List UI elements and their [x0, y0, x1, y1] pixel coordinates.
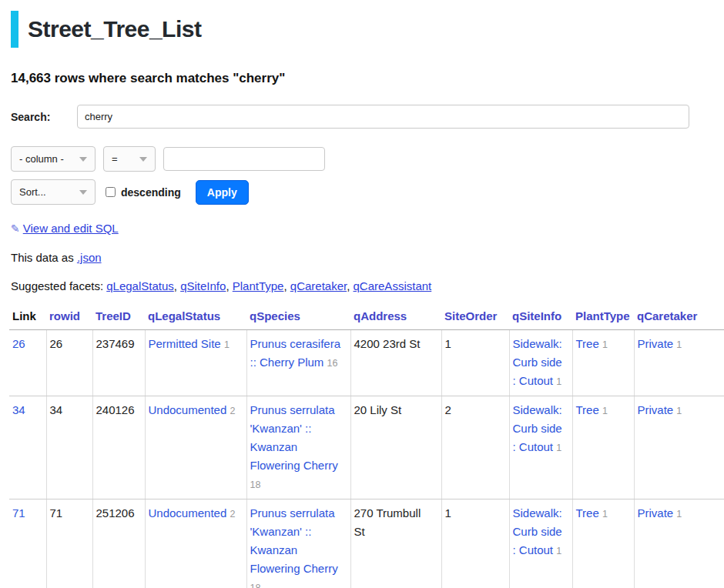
cell-planttype: Tree 1 — [572, 330, 634, 396]
sort-row: Sort... descending Apply — [11, 179, 713, 205]
facet-link-qsiteinfo[interactable]: qSiteInfo — [180, 279, 226, 292]
json-link[interactable]: .json — [77, 251, 102, 264]
facet-value-link[interactable]: Sidewalk: Curb side : Cutout — [513, 337, 562, 387]
facet-count: 2 — [230, 509, 235, 520]
cell-qsiteinfo: Sidewalk: Curb side : Cutout 1 — [509, 330, 572, 396]
facet-count: 1 — [602, 339, 608, 350]
sort-by-planttype[interactable]: PlantType — [575, 309, 630, 322]
page-title: Street_Tree_List — [28, 16, 201, 42]
facet-count: 1 — [602, 406, 608, 416]
cell-qsiteinfo: Sidewalk: Curb side : Cutout 1 — [509, 499, 572, 588]
row-count-summary: 14,663 rows where search matches "cherry… — [11, 71, 713, 86]
facet-count: 1 — [556, 443, 561, 453]
sort-by-siteorder[interactable]: SiteOrder — [444, 309, 497, 322]
view-edit-sql-link[interactable]: View and edit SQL — [23, 222, 119, 235]
facet-count: 1 — [676, 406, 682, 416]
facet-link-qlegalstatus[interactable]: qLegalStatus — [106, 279, 174, 292]
pencil-icon: ✎ — [11, 222, 20, 235]
results-table: Link rowid TreeID qLegalStatus qSpecies … — [9, 306, 724, 588]
facet-value-link[interactable]: Tree — [576, 337, 599, 350]
cell-rowid: 34 — [46, 396, 92, 499]
apply-button[interactable]: Apply — [196, 180, 249, 205]
table-row: 26 26 237469 Permitted Site 1 Prunus cer… — [9, 330, 724, 396]
facet-value-link[interactable]: Undocumented — [149, 506, 227, 520]
facet-value-link[interactable]: Sidewalk: Curb side : Cutout — [513, 506, 562, 556]
cell-qaddress: 20 Lily St — [350, 396, 441, 499]
facet-count: 1 — [224, 339, 230, 350]
cell-qaddress: 270 Trumbull St — [350, 499, 441, 588]
facet-count: 18 — [250, 479, 261, 490]
facet-count: 1 — [676, 339, 682, 350]
facet-value-link[interactable]: Prunus serrulata 'Kwanzan' :: Kwanzan Fl… — [250, 403, 338, 472]
data-export-line: This data as .json — [11, 251, 713, 264]
search-label: Search: — [11, 111, 77, 123]
facet-value-link[interactable]: Prunus serrulata 'Kwanzan' :: Kwanzan Fl… — [250, 506, 338, 575]
cell-qcaretaker: Private 1 — [634, 396, 724, 499]
cell-planttype: Tree 1 — [572, 499, 634, 588]
table-row: 71 71 251206 Undocumented 2 Prunus serru… — [9, 499, 724, 588]
descending-label: descending — [121, 186, 181, 199]
cell-rowid: 71 — [46, 499, 92, 588]
cell-qlegalstatus: Permitted Site 1 — [145, 330, 246, 396]
cell-treeid: 240126 — [92, 396, 145, 499]
sort-select[interactable]: Sort... — [11, 179, 96, 205]
cell-qspecies: Prunus serrulata 'Kwanzan' :: Kwanzan Fl… — [246, 396, 350, 499]
sort-by-qsiteinfo[interactable]: qSiteInfo — [512, 309, 561, 322]
header-planttype: PlantType — [572, 306, 634, 330]
column-select-value: - column - — [19, 153, 64, 165]
facet-value-link[interactable]: Private — [638, 403, 674, 416]
facet-value-link[interactable]: Private — [638, 337, 674, 350]
page-header: Street_Tree_List — [11, 11, 724, 48]
facet-value-link[interactable]: Permitted Site — [149, 337, 221, 350]
cell-qlegalstatus: Undocumented 2 — [145, 499, 246, 588]
sort-select-value: Sort... — [19, 186, 46, 198]
cell-qlegalstatus: Undocumented 2 — [145, 396, 246, 499]
facet-list: qLegalStatusqSiteInfoPlantTypeqCaretaker… — [106, 279, 431, 292]
operator-select[interactable]: = — [103, 146, 156, 172]
facet-value-link[interactable]: Undocumented — [149, 403, 227, 416]
sort-by-qcaretaker[interactable]: qCaretaker — [637, 309, 697, 322]
cell-link: 71 — [9, 499, 46, 588]
facet-link-qcareassistant[interactable]: qCareAssistant — [354, 279, 432, 292]
sort-by-qaddress[interactable]: qAddress — [354, 309, 407, 322]
cell-qspecies: Prunus cerasifera :: Cherry Plum 16 — [246, 330, 350, 396]
sort-by-treeid[interactable]: TreeID — [96, 309, 131, 322]
facet-link-qcaretaker[interactable]: qCaretaker — [290, 279, 347, 292]
row-link[interactable]: 34 — [12, 403, 25, 416]
facet-link-planttype[interactable]: PlantType — [233, 279, 284, 292]
sort-by-qlegalstatus[interactable]: qLegalStatus — [148, 309, 220, 322]
filter-value-input[interactable] — [163, 147, 325, 171]
facet-count: 1 — [676, 509, 682, 520]
search-input[interactable] — [77, 105, 689, 129]
sql-link-line: ✎View and edit SQL — [11, 222, 713, 235]
column-select[interactable]: - column - — [11, 146, 96, 172]
sort-by-rowid[interactable]: rowid — [49, 309, 80, 322]
header-rowid: rowid — [46, 306, 92, 330]
cell-planttype: Tree 1 — [572, 396, 634, 499]
cell-siteorder: 1 — [441, 499, 509, 588]
chevron-down-icon — [79, 157, 87, 162]
header-qsiteinfo: qSiteInfo — [509, 306, 572, 330]
row-link[interactable]: 26 — [12, 337, 25, 350]
sort-by-qspecies[interactable]: qSpecies — [250, 309, 300, 322]
cell-qsiteinfo: Sidewalk: Curb side : Cutout 1 — [509, 396, 572, 499]
header-qaddress: qAddress — [350, 306, 441, 330]
filter-row: - column - = — [11, 146, 713, 172]
cell-qspecies: Prunus serrulata 'Kwanzan' :: Kwanzan Fl… — [246, 499, 350, 588]
chevron-down-icon — [139, 157, 147, 162]
accent-bar — [11, 11, 18, 48]
table-header-row: Link rowid TreeID qLegalStatus qSpecies … — [9, 306, 724, 330]
table-row: 34 34 240126 Undocumented 2 Prunus serru… — [9, 396, 724, 499]
facet-value-link[interactable]: Sidewalk: Curb side : Cutout — [513, 403, 562, 453]
facet-value-link[interactable]: Tree — [576, 403, 599, 416]
facet-count: 1 — [602, 509, 608, 520]
descending-checkbox[interactable] — [106, 187, 116, 197]
header-qspecies: qSpecies — [246, 306, 350, 330]
operator-select-value: = — [112, 153, 118, 165]
facet-count: 1 — [556, 376, 561, 387]
data-as-prefix: This data as — [11, 251, 77, 264]
facet-value-link[interactable]: Tree — [576, 506, 599, 520]
facet-value-link[interactable]: Private — [638, 506, 674, 520]
cell-qcaretaker: Private 1 — [634, 499, 724, 588]
row-link[interactable]: 71 — [12, 506, 25, 520]
